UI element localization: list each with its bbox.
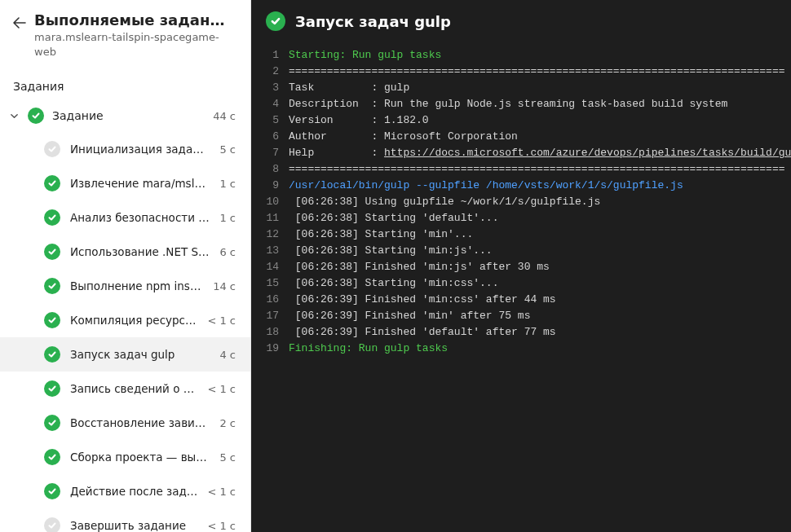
check-circle-icon <box>44 278 60 294</box>
step-name: Выполнение npm install <box>70 279 203 292</box>
step-name: Извлечение mara/mslear... <box>70 177 210 190</box>
log-line-number: 4 <box>251 96 289 112</box>
log-line-number: 18 <box>251 324 289 341</box>
page-title: Выполняемые задан… <box>34 11 237 29</box>
log-line-text: [06:26:38] Starting 'min:js'... <box>289 243 791 259</box>
log-line: 1Starting: Run gulp tasks <box>251 47 791 64</box>
check-circle-icon <box>44 244 60 260</box>
step-name: Восстановление зависи... <box>70 416 210 429</box>
check-circle-icon <box>44 175 60 191</box>
log-line-number: 1 <box>251 47 289 64</box>
left-header: Выполняемые задан… mara.mslearn-tailspin… <box>0 0 250 65</box>
step-row[interactable]: Анализ безопасности Nu...1 с <box>0 200 250 235</box>
step-duration: 5 с <box>219 143 236 156</box>
log-text-segment: Starting: Run gulp tasks <box>289 49 441 61</box>
log-line-text: [06:26:38] Starting 'min'... <box>289 226 791 243</box>
step-name: Инициализация задания <box>70 143 210 156</box>
log-line-number: 9 <box>251 178 289 194</box>
log-text-segment: Help : <box>289 147 384 159</box>
log-line-text: Task : gulp <box>289 80 791 96</box>
step-name: Компиляция ресурсов S... <box>70 314 197 327</box>
step-name: Анализ безопасности Nu... <box>70 211 210 224</box>
step-duration: < 1 с <box>207 520 236 532</box>
log-line-number: 14 <box>251 259 289 275</box>
step-row[interactable]: Использование .NET SDK...6 с <box>0 235 250 269</box>
log-panel: Запуск задач gulp 1Starting: Run gulp ta… <box>251 0 791 532</box>
step-row[interactable]: Выполнение npm install14 с <box>0 269 250 303</box>
log-text-segment: ========================================… <box>289 163 785 175</box>
log-line-text: Help : https://docs.microsoft.com/azure/… <box>289 145 791 161</box>
log-line-text: Author : Microsoft Corporation <box>289 129 791 145</box>
log-line-text: [06:26:38] Starting 'min:css'... <box>289 275 791 292</box>
titles: Выполняемые задан… mara.mslearn-tailspin… <box>34 11 237 59</box>
arrow-left-icon <box>13 17 26 33</box>
check-circle-icon <box>28 108 44 124</box>
log-line: 19Finishing: Run gulp tasks <box>251 341 791 357</box>
log-text-segment: Finishing: Run gulp tasks <box>289 342 448 354</box>
step-row[interactable]: Запись сведений о сбо...< 1 с <box>0 372 250 406</box>
log-line-number: 13 <box>251 243 289 259</box>
log-line: 12 [06:26:38] Starting 'min'... <box>251 226 791 243</box>
step-row[interactable]: Компиляция ресурсов S...< 1 с <box>0 303 250 337</box>
log-line-number: 19 <box>251 341 289 357</box>
step-row[interactable]: Действие после задани...< 1 с <box>0 474 250 508</box>
log-header: Запуск задач gulp <box>251 0 791 42</box>
log-text-segment: /usr/local/bin/gulp --gulpfile /home/vst… <box>289 179 683 191</box>
log-line: 8=======================================… <box>251 161 791 178</box>
log-text-segment: Version : 1.182.0 <box>289 114 429 126</box>
step-name: Завершить задание <box>70 519 197 532</box>
step-row[interactable]: Извлечение mara/mslear...1 с <box>0 166 250 200</box>
job-row[interactable]: Задание 44 с <box>0 99 250 132</box>
step-name: Использование .NET SDK... <box>70 245 210 258</box>
log-text-segment: [06:26:39] Finished 'min' after 75 ms <box>289 310 530 322</box>
step-duration: 1 с <box>219 212 236 224</box>
step-row[interactable]: Завершить задание< 1 с <box>0 508 250 532</box>
log-line: 11 [06:26:38] Starting 'default'... <box>251 210 791 226</box>
section-label: Задания <box>0 65 250 99</box>
step-name: Запись сведений о сбо... <box>70 382 197 395</box>
check-circle-icon <box>44 346 60 363</box>
step-row[interactable]: Сборка проекта — вып...5 с <box>0 440 250 474</box>
check-circle-icon <box>266 11 285 31</box>
log-line-number: 16 <box>251 292 289 308</box>
log-line: 13 [06:26:38] Starting 'min:js'... <box>251 243 791 259</box>
log-line-number: 6 <box>251 129 289 145</box>
step-name: Запуск задач gulp <box>70 348 210 361</box>
log-line-text: [06:26:39] Finished 'min' after 75 ms <box>289 308 791 324</box>
log-title: Запуск задач gulp <box>295 13 451 30</box>
step-duration: < 1 с <box>207 486 236 498</box>
log-line: 16 [06:26:39] Finished 'min:css' after 4… <box>251 292 791 308</box>
log-body[interactable]: 1Starting: Run gulp tasks2==============… <box>251 42 791 532</box>
step-duration: 4 с <box>219 349 236 361</box>
log-text-segment: ========================================… <box>289 65 785 77</box>
log-line: 10 [06:26:38] Using gulpfile ~/work/1/s/… <box>251 194 791 210</box>
step-row[interactable]: Восстановление зависи...2 с <box>0 406 250 440</box>
log-link[interactable]: https://docs.microsoft.com/azure/devops/… <box>384 147 791 159</box>
check-circle-icon <box>44 449 60 465</box>
log-line: 18 [06:26:39] Finished 'default' after 7… <box>251 324 791 341</box>
log-line-number: 15 <box>251 275 289 292</box>
step-row[interactable]: Запуск задач gulp4 с <box>0 337 250 372</box>
check-circle-icon <box>44 209 60 226</box>
step-row[interactable]: Инициализация задания5 с <box>0 132 250 166</box>
log-line-text: [06:26:38] Finished 'min:js' after 30 ms <box>289 259 791 275</box>
neutral-check-icon <box>44 141 60 157</box>
log-line-text: ========================================… <box>289 64 791 80</box>
log-line-text: ========================================… <box>289 161 791 178</box>
neutral-check-icon <box>44 517 60 532</box>
log-line-text: [06:26:39] Finished 'min:css' after 44 m… <box>289 292 791 308</box>
step-duration: 6 с <box>219 246 236 258</box>
log-line-text: [06:26:38] Using gulpfile ~/work/1/s/gul… <box>289 194 791 210</box>
page-subtitle: mara.mslearn-tailspin-spacegame-web <box>34 30 237 59</box>
log-line-number: 5 <box>251 112 289 129</box>
log-text-segment: Task : gulp <box>289 81 409 94</box>
log-line-text: /usr/local/bin/gulp --gulpfile /home/vst… <box>289 178 791 194</box>
step-duration: 5 с <box>219 451 236 464</box>
log-line-number: 7 <box>251 145 289 161</box>
log-text-segment: [06:26:38] Starting 'min:css'... <box>289 277 498 289</box>
back-button[interactable] <box>13 11 26 33</box>
step-name: Сборка проекта — вып... <box>70 451 210 464</box>
log-text-segment: Author : Microsoft Corporation <box>289 130 518 143</box>
log-text-segment: [06:26:38] Starting 'default'... <box>289 212 498 224</box>
log-line-number: 8 <box>251 161 289 178</box>
